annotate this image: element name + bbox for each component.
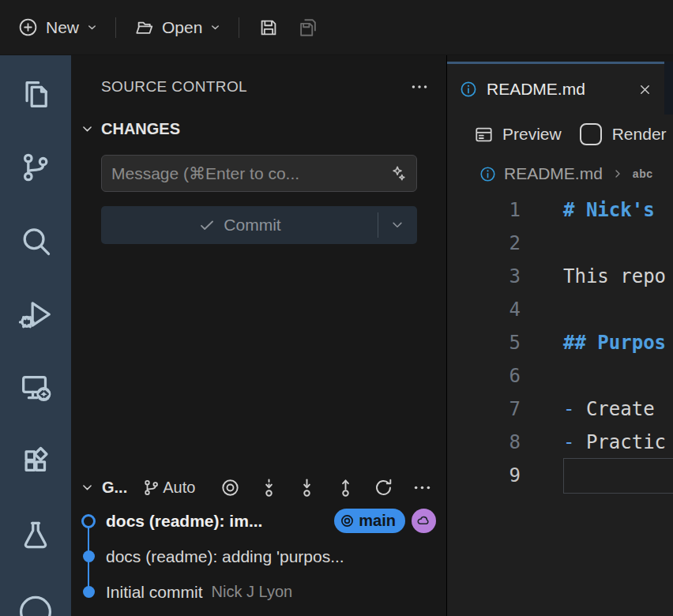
commit-row[interactable]: Initial commitNick J Lyon (71, 574, 446, 610)
preview-label: Preview (502, 125, 562, 144)
activity-item-explorer[interactable] (17, 76, 55, 112)
vscode-window: New Open SOURCE CONTROL CHANGES (0, 0, 673, 616)
graph-pull-button[interactable] (295, 476, 318, 499)
tab-title: README.md (487, 80, 585, 99)
commit-row[interactable]: docs (readme): im...main (71, 503, 446, 539)
breadcrumb-file[interactable]: README.md (504, 164, 603, 183)
graph-section-header: G... Auto (71, 471, 446, 503)
code-editor[interactable]: 1# Nick's23This repo45## Purpos67- Creat… (447, 193, 673, 616)
save-all-button[interactable] (290, 12, 326, 43)
commit-message-input[interactable] (111, 164, 386, 183)
refresh-icon (372, 476, 395, 499)
remote-icon (17, 370, 54, 406)
source-control-icon (17, 149, 54, 186)
commit-message-box (101, 155, 417, 192)
panel-title: SOURCE CONTROL (101, 78, 247, 96)
code-line-7: 7- Create (447, 393, 673, 426)
commit-row[interactable]: docs (readme): adding 'purpos... (71, 539, 446, 574)
branch-name: main (359, 512, 396, 530)
folder-open-icon (133, 17, 155, 38)
activity-item-testing[interactable] (17, 516, 55, 553)
commit-message: docs (readme): im... (106, 512, 262, 531)
activity-item-remote-explorer[interactable] (17, 370, 55, 406)
open-button[interactable]: Open (127, 12, 227, 43)
render-label: Render (612, 125, 667, 144)
line-number: 4 (447, 299, 522, 321)
activity-item-run-and-debug[interactable] (17, 296, 55, 332)
render-checkbox[interactable] (580, 123, 602, 145)
tab-strip: README.md (447, 55, 673, 115)
line-number: 3 (447, 265, 522, 287)
code-line-5: 5## Purpos (447, 326, 673, 359)
new-label: New (46, 18, 79, 37)
save-button[interactable] (250, 12, 287, 43)
account-icon (17, 590, 54, 616)
top-toolbar: New Open (0, 0, 673, 55)
code-line-1: 1# Nick's (447, 193, 673, 227)
sparkle-icon[interactable] (386, 163, 407, 184)
code-token: # Nick's (563, 199, 655, 221)
commit-message: docs (readme): adding 'purpos... (106, 547, 344, 566)
code-line-9: 9 (447, 459, 673, 492)
commit-dropdown-button[interactable] (378, 206, 417, 244)
toolbar-divider (115, 17, 116, 38)
info-icon (479, 165, 497, 183)
cloud-badge[interactable] (412, 509, 436, 533)
search-icon (17, 223, 54, 259)
new-button[interactable]: New (11, 12, 104, 43)
chevron-down-icon[interactable] (81, 481, 94, 494)
target-icon (339, 513, 355, 529)
editor-group: README.md Preview Render README.md (446, 55, 673, 616)
breadcrumb: README.md abc (447, 154, 673, 193)
line-number: 7 (447, 398, 522, 420)
git-branch-icon (141, 478, 161, 498)
toolbar-divider (239, 17, 239, 38)
code-line-3: 3This repo (447, 260, 673, 293)
push-icon (334, 476, 357, 499)
activity-item-extensions[interactable] (17, 443, 55, 479)
tab-close-button[interactable] (637, 82, 652, 97)
commit-graph: docs (readme): im...maindocs (readme): a… (71, 503, 446, 616)
graph-fetch-button[interactable] (258, 476, 280, 499)
tab-readme[interactable]: README.md (447, 62, 664, 115)
changes-section-header[interactable]: CHANGES (81, 120, 446, 138)
graph-more-button[interactable] (411, 476, 434, 499)
chevron-down-icon (86, 21, 98, 33)
commit-label: Commit (224, 216, 280, 235)
fetch-icon (258, 476, 280, 499)
commit-graph-node (71, 586, 106, 598)
line-number: 9 (447, 464, 522, 486)
run-debug-icon (17, 296, 54, 332)
activity-item-account[interactable] (17, 590, 55, 616)
more-icon (411, 476, 434, 499)
graph-auto-label: Auto (163, 479, 195, 497)
graph-auto-toggle[interactable]: Auto (141, 478, 195, 498)
breadcrumb-symbol[interactable]: abc (633, 167, 653, 180)
activity-bar (0, 55, 71, 616)
commit-button[interactable]: Commit (101, 206, 417, 244)
preview-icon (473, 124, 494, 145)
activity-item-search[interactable] (17, 223, 55, 259)
preview-button[interactable]: Preview (473, 124, 562, 145)
activity-item-source-control[interactable] (17, 149, 55, 186)
chevron-down-icon (81, 122, 94, 136)
line-number: 8 (447, 431, 522, 453)
code-line-4: 4 (447, 293, 673, 326)
code-line-8: 8- Practic (447, 426, 673, 459)
close-icon (637, 82, 652, 97)
save-icon (258, 17, 280, 39)
commit-graph-node (71, 514, 106, 528)
plus-circle-icon (17, 17, 39, 38)
commit-message: Initial commit (106, 583, 203, 602)
graph-push-button[interactable] (334, 476, 357, 499)
line-number: 1 (447, 199, 522, 221)
code-token: Create (586, 398, 655, 420)
graph-target-button[interactable] (219, 476, 242, 499)
more-actions-icon[interactable] (408, 76, 430, 98)
chevron-down-icon (390, 218, 404, 232)
open-label: Open (162, 18, 202, 37)
graph-refresh-button[interactable] (372, 476, 395, 499)
branch-badge[interactable]: main (334, 509, 405, 533)
cloud-icon (415, 513, 432, 529)
save-all-icon (297, 17, 319, 39)
